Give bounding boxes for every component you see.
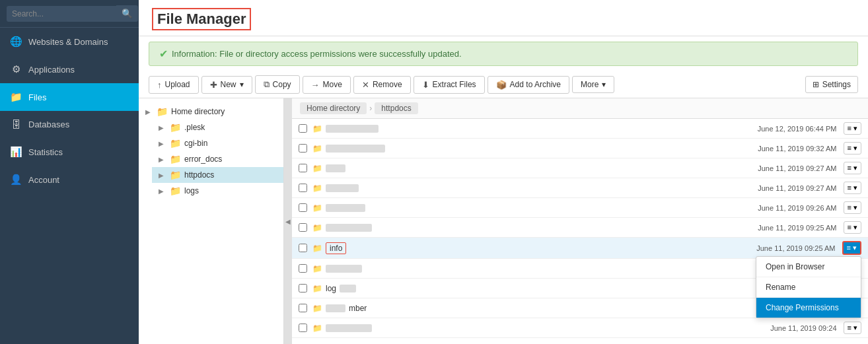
tree-item-plesk[interactable]: ▶ 📁 .plesk bbox=[152, 120, 283, 135]
tree-item-plesk-label: .plesk bbox=[184, 123, 205, 132]
chart-icon: 📊 bbox=[10, 146, 22, 158]
row-checkbox[interactable] bbox=[299, 304, 307, 312]
table-row: 📁 June 11, 2019 09:27 AM ≡ ▾ bbox=[292, 178, 868, 198]
row-menu-button[interactable]: ≡ ▾ bbox=[844, 122, 861, 135]
file-name: 📁 mber bbox=[312, 304, 725, 313]
row-checkbox[interactable] bbox=[299, 203, 307, 212]
tree-item-home[interactable]: ▶ 📁 Home directory bbox=[139, 104, 283, 120]
folder-icon-blue: 📁 bbox=[170, 170, 181, 180]
folder-icon: 📁 bbox=[170, 154, 181, 164]
file-name: 📁 bbox=[312, 164, 725, 173]
tree-item-logs[interactable]: ▶ 📁 logs bbox=[152, 183, 283, 199]
info-bar: ✔ Information: File or directory access … bbox=[149, 42, 858, 66]
open-in-browser-option[interactable]: Open in Browser bbox=[756, 257, 861, 277]
table-row: 📁 June 11, 2019 09:27 AM ≡ ▾ bbox=[292, 158, 868, 178]
globe-icon: 🌐 bbox=[10, 36, 22, 48]
row-menu-button[interactable]: ≡ ▾ bbox=[844, 162, 861, 174]
sidebar-item-account[interactable]: 👤 Account bbox=[0, 166, 139, 193]
file-name: 📁 bbox=[312, 184, 725, 193]
file-area: ▶ 📁 Home directory ▶ 📁 .plesk ▶ 📁 cgi-bi… bbox=[139, 98, 868, 344]
row-checkbox[interactable] bbox=[299, 164, 307, 172]
settings-label: Settings bbox=[822, 80, 851, 89]
tree-item-error-docs-label: error_docs bbox=[184, 155, 222, 164]
copy-icon: ⧉ bbox=[264, 79, 270, 90]
row-checkbox[interactable] bbox=[299, 144, 307, 153]
row-checkbox[interactable] bbox=[299, 284, 307, 292]
remove-button[interactable]: ✕ Remove bbox=[353, 76, 411, 94]
row-checkbox[interactable] bbox=[299, 223, 307, 232]
breadcrumb-home[interactable]: Home directory bbox=[300, 102, 367, 114]
extract-icon: ⬇ bbox=[422, 80, 429, 90]
new-button[interactable]: ✚ New ▾ bbox=[201, 76, 252, 94]
search-bar[interactable]: 🔍 bbox=[0, 0, 139, 28]
sidebar-item-applications[interactable]: ⚙ Applications bbox=[0, 55, 139, 83]
row-checkbox[interactable] bbox=[299, 124, 307, 133]
file-date-info: June 11, 2019 09:25 AM bbox=[723, 244, 842, 252]
row-checkbox[interactable] bbox=[299, 244, 307, 252]
more-dropdown-icon: ▾ bbox=[602, 80, 606, 89]
blurred-name bbox=[326, 164, 345, 172]
file-name: 📁 bbox=[312, 124, 725, 133]
tree-item-cgi-bin[interactable]: ▶ 📁 cgi-bin bbox=[152, 135, 283, 151]
row-menu-button[interactable]: ≡ ▾ bbox=[844, 201, 861, 214]
blurred-name bbox=[326, 145, 385, 153]
header: File Manager bbox=[139, 0, 868, 36]
folder-icon: 📁 bbox=[312, 184, 322, 193]
more-button[interactable]: More ▾ bbox=[572, 76, 614, 93]
sidebar-item-databases[interactable]: 🗄 Databases bbox=[0, 111, 139, 138]
blurred-name bbox=[326, 324, 372, 332]
row-menu-button[interactable]: ≡ ▾ bbox=[844, 322, 861, 334]
change-permissions-option[interactable]: Change Permissions bbox=[756, 298, 861, 318]
log-file-name: log bbox=[326, 284, 336, 293]
row-checkbox[interactable] bbox=[299, 264, 307, 273]
folder-icon: 📁 bbox=[312, 284, 322, 293]
file-name-info: 📁 info bbox=[312, 242, 723, 254]
search-input[interactable] bbox=[7, 6, 116, 22]
table-row: 📁 June 11, 2019 09:25 AM ≡ ▾ bbox=[292, 218, 868, 238]
mber-file-name: mber bbox=[349, 304, 367, 313]
sidebar-item-databases-label: Databases bbox=[28, 120, 69, 129]
folder-icon: 📁 bbox=[170, 138, 181, 149]
sidebar-item-statistics[interactable]: 📊 Statistics bbox=[0, 138, 139, 166]
expand-icon: ▶ bbox=[159, 156, 166, 163]
collapse-handle[interactable]: ◀ bbox=[284, 98, 292, 344]
tree-item-httpdocs[interactable]: ▶ 📁 httpdocs bbox=[152, 167, 283, 183]
main-content: File Manager ✔ Information: File or dire… bbox=[139, 0, 868, 344]
breadcrumb-separator: › bbox=[369, 104, 372, 113]
file-list: 📁 June 12, 2019 06:44 PM ≡ ▾ 📁 June 11, … bbox=[292, 119, 868, 344]
breadcrumb-httpdocs[interactable]: httpdocs bbox=[375, 102, 417, 114]
folder-icon: 📁 bbox=[312, 264, 322, 273]
sidebar-item-websites[interactable]: 🌐 Websites & Domains bbox=[0, 28, 139, 55]
settings-button[interactable]: ⊞ Settings bbox=[805, 76, 858, 93]
blurred-name bbox=[326, 125, 379, 133]
sidebar-item-applications-label: Applications bbox=[28, 65, 75, 75]
check-icon: ✔ bbox=[159, 48, 168, 60]
row-menu-button[interactable]: ≡ ▾ bbox=[844, 182, 861, 194]
row-checkbox[interactable] bbox=[299, 184, 307, 192]
sidebar-item-files-label: Files bbox=[28, 92, 46, 102]
row-menu-button-info[interactable]: ≡ ▾ bbox=[842, 241, 861, 255]
tree-item-error-docs[interactable]: ▶ 📁 error_docs bbox=[152, 151, 283, 167]
copy-button[interactable]: ⧉ Copy bbox=[255, 75, 300, 94]
tree-item-httpdocs-label: httpdocs bbox=[184, 170, 214, 180]
file-name: 📁 bbox=[312, 223, 725, 232]
search-button[interactable]: 🔍 bbox=[116, 5, 138, 22]
file-date: June 11, 2019 09:32 AM bbox=[725, 145, 844, 153]
row-menu-button[interactable]: ≡ ▾ bbox=[844, 142, 861, 155]
extract-button[interactable]: ⬇ Extract Files bbox=[414, 76, 485, 94]
file-name: 📁 bbox=[312, 203, 725, 213]
rename-option[interactable]: Rename bbox=[756, 277, 861, 298]
row-checkbox[interactable] bbox=[299, 324, 307, 332]
archive-button[interactable]: 📦 Add to Archive bbox=[488, 76, 569, 94]
sidebar-item-files[interactable]: 📁 Files bbox=[0, 83, 139, 111]
tree-item-logs-label: logs bbox=[184, 186, 199, 195]
context-menu: Open in Browser Rename Change Permission… bbox=[756, 256, 861, 318]
move-button[interactable]: → Move bbox=[303, 76, 351, 94]
file-date: June 11, 2019 09:26 AM bbox=[725, 204, 844, 212]
upload-button[interactable]: ↑ Upload bbox=[149, 76, 199, 94]
file-date: June 12, 2019 06:44 PM bbox=[725, 125, 844, 133]
file-date: June 11, 2019 09:24 bbox=[725, 324, 844, 332]
table-row-info: 📁 info June 11, 2019 09:25 AM ≡ ▾ Open i… bbox=[292, 238, 868, 259]
row-menu-button[interactable]: ≡ ▾ bbox=[844, 221, 861, 234]
info-bar-message: Information: File or directory access pe… bbox=[172, 49, 462, 59]
